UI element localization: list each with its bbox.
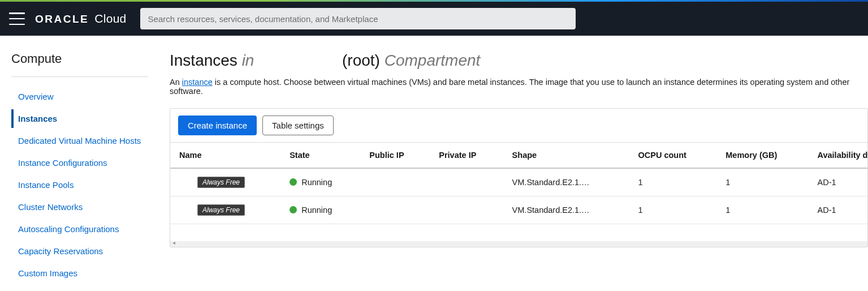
desc-suffix: is a compute host. Choose between virtua… — [170, 78, 849, 96]
title-root: (root) — [342, 52, 380, 69]
cell-ocpu: 1 — [629, 196, 716, 224]
always-free-badge: Always Free — [197, 204, 245, 216]
cell-ad: AD-1 — [809, 196, 867, 224]
search-input[interactable] — [140, 8, 576, 29]
desc-prefix: An — [170, 78, 182, 87]
cell-name: Always Free — [170, 196, 280, 224]
col-public-ip[interactable]: Public IP — [360, 143, 430, 168]
sidebar-title: Compute — [11, 52, 148, 77]
col-shape[interactable]: Shape — [503, 143, 629, 168]
brand-cloud-text: Cloud — [94, 12, 126, 25]
instances-table: Name State Public IP Private IP Shape OC… — [170, 143, 867, 241]
status-running-icon — [290, 206, 297, 213]
table-row[interactable]: Always Free Running VM.Standard.E2.1.… 1… — [170, 196, 867, 224]
status-running-icon — [290, 178, 297, 186]
cell-state: Running — [280, 196, 360, 224]
table-scroll[interactable]: Name State Public IP Private IP Shape OC… — [170, 142, 867, 241]
main-content: Instances in (root) Compartment An insta… — [158, 36, 868, 286]
main-layout: Compute Overview Instances Dedicated Vir… — [0, 36, 868, 286]
cell-name: Always Free — [170, 168, 280, 196]
col-name[interactable]: Name — [170, 143, 280, 168]
sidebar-item-dedicated-hosts[interactable]: Dedicated Virtual Machine Hosts — [11, 131, 158, 150]
title-main: Instances — [170, 52, 237, 69]
page-title: Instances in (root) Compartment — [170, 52, 868, 70]
state-text: Running — [301, 178, 332, 187]
col-state[interactable]: State — [280, 143, 360, 168]
search-wrap — [140, 8, 576, 29]
cell-private-ip — [430, 168, 503, 196]
brand-logo[interactable]: ORACLE Cloud — [35, 12, 127, 25]
col-private-ip[interactable]: Private IP — [430, 143, 503, 168]
sidebar: Compute Overview Instances Dedicated Vir… — [0, 36, 158, 286]
title-compartment-word: Compartment — [385, 52, 481, 69]
col-ad[interactable]: Availability domain — [809, 143, 867, 168]
title-in: in — [242, 52, 254, 69]
menu-icon[interactable] — [9, 12, 25, 25]
sidebar-item-capacity-reservations[interactable]: Capacity Reservations — [11, 242, 158, 260]
instance-link[interactable]: instance — [182, 78, 213, 87]
sidebar-item-custom-images[interactable]: Custom Images — [11, 264, 158, 283]
create-instance-button[interactable]: Create instance — [178, 115, 257, 135]
cell-memory: 1 — [716, 196, 808, 224]
page-description: An instance is a compute host. Choose be… — [170, 78, 868, 96]
sidebar-item-cluster-networks[interactable]: Cluster Networks — [11, 198, 158, 216]
table-row[interactable]: Always Free Running VM.Standard.E2.1.… 1… — [170, 168, 867, 196]
state-text: Running — [301, 206, 332, 215]
cell-public-ip — [360, 196, 430, 224]
sidebar-item-overview[interactable]: Overview — [11, 87, 158, 106]
cell-ad: AD-1 — [809, 168, 867, 196]
sidebar-item-instance-pools[interactable]: Instance Pools — [11, 176, 158, 194]
col-memory[interactable]: Memory (GB) — [716, 143, 808, 168]
cell-private-ip — [430, 196, 503, 224]
cell-shape: VM.Standard.E2.1.… — [503, 196, 629, 224]
sidebar-item-instance-configurations[interactable]: Instance Configurations — [11, 153, 158, 172]
sidebar-item-autoscaling[interactable]: Autoscaling Configurations — [11, 220, 158, 238]
sidebar-item-instances[interactable]: Instances — [11, 109, 158, 128]
instances-panel: Create instance Table settings Name Stat… — [170, 108, 868, 247]
brand-oracle-text: ORACLE — [35, 13, 89, 25]
col-ocpu[interactable]: OCPU count — [629, 143, 716, 168]
cell-public-ip — [360, 168, 430, 196]
cell-shape: VM.Standard.E2.1.… — [503, 168, 629, 196]
cell-state: Running — [280, 168, 360, 196]
always-free-badge: Always Free — [197, 177, 245, 188]
cell-ocpu: 1 — [629, 168, 716, 196]
table-scrollbar-footer[interactable] — [170, 241, 867, 247]
table-settings-button[interactable]: Table settings — [262, 115, 334, 135]
sidebar-nav: Overview Instances Dedicated Virtual Mac… — [11, 87, 158, 283]
table-spacer-row — [170, 224, 867, 241]
top-header: ORACLE Cloud — [0, 2, 868, 36]
cell-memory: 1 — [716, 168, 808, 196]
title-compartment-name — [258, 52, 338, 69]
table-header-row: Name State Public IP Private IP Shape OC… — [170, 143, 867, 168]
toolbar: Create instance Table settings — [170, 109, 867, 142]
